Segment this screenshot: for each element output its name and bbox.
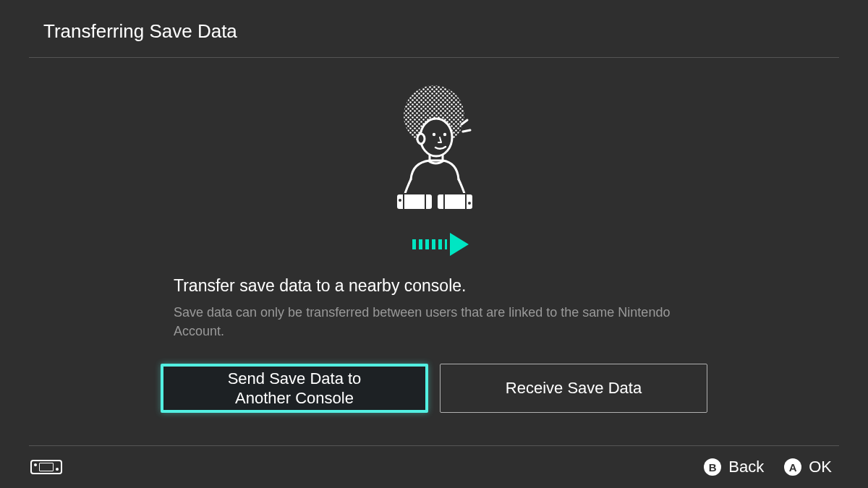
send-save-data-button[interactable]: Send Save Data to Another Console (161, 364, 428, 413)
description-heading: Transfer save data to a nearby console. (174, 276, 694, 296)
svg-rect-11 (396, 194, 433, 210)
footer-left (30, 460, 62, 474)
person-console-illustration (362, 80, 506, 224)
ok-hint[interactable]: A OK (784, 458, 832, 476)
page-title: Transferring Save Data (43, 20, 825, 43)
back-hint[interactable]: B Back (704, 458, 764, 476)
footer-right: B Back A OK (704, 458, 832, 476)
description-subtext: Save data can only be transferred betwee… (174, 303, 694, 341)
svg-point-17 (399, 199, 401, 202)
svg-point-4 (417, 134, 425, 144)
svg-point-18 (468, 202, 471, 205)
header: Transferring Save Data (0, 0, 868, 57)
ok-label: OK (809, 458, 832, 476)
svg-rect-12 (437, 194, 473, 210)
receive-button-label: Receive Save Data (506, 378, 642, 398)
svg-point-5 (433, 133, 435, 136)
transfer-arrow-icon (412, 233, 469, 256)
description-block: Transfer save data to a nearby console. … (174, 276, 694, 341)
footer: B Back A OK (0, 446, 868, 488)
back-label: Back (728, 458, 764, 476)
button-row: Send Save Data to Another Console Receiv… (159, 364, 709, 413)
a-button-icon: A (784, 458, 801, 476)
b-button-icon: B (704, 458, 721, 476)
controller-icon (30, 460, 62, 474)
main-content: Transfer save data to a nearby console. … (0, 58, 868, 413)
svg-point-6 (443, 133, 446, 136)
send-button-label: Send Save Data to Another Console (200, 369, 388, 408)
svg-line-10 (463, 130, 470, 132)
receive-save-data-button[interactable]: Receive Save Data (440, 364, 707, 413)
